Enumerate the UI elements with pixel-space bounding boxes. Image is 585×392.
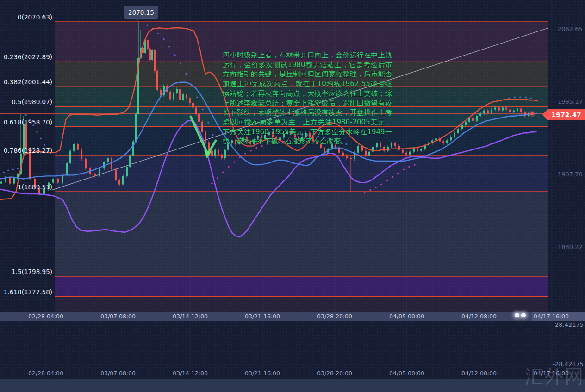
candle-body[interactable]: [446, 140, 448, 143]
candle-body[interactable]: [132, 141, 134, 155]
sar-dot-blue: [146, 24, 148, 26]
candle-body[interactable]: [454, 133, 455, 137]
candle-body[interactable]: [179, 89, 181, 100]
pager-dots[interactable]: [515, 313, 526, 317]
candle-body[interactable]: [450, 137, 452, 140]
candle-body[interactable]: [13, 178, 15, 183]
candle-body[interactable]: [420, 149, 422, 151]
candle-body[interactable]: [195, 107, 197, 114]
candle-body[interactable]: [189, 98, 191, 103]
sar-dot-blue: [17, 168, 19, 169]
candle-body[interactable]: [201, 122, 203, 132]
candle-body[interactable]: [182, 94, 184, 100]
candle-body[interactable]: [483, 111, 485, 113]
candle-body[interactable]: [491, 110, 492, 113]
candle-body[interactable]: [465, 122, 467, 125]
pager-dot-icon[interactable]: [515, 313, 519, 317]
candle-body[interactable]: [77, 144, 79, 150]
candle-body[interactable]: [368, 152, 370, 156]
candle-body[interactable]: [25, 124, 27, 149]
candle-body[interactable]: [62, 175, 63, 182]
candle-body[interactable]: [487, 111, 489, 113]
candle-body[interactable]: [192, 103, 194, 107]
candle-body[interactable]: [472, 118, 474, 121]
candle-body[interactable]: [118, 180, 120, 184]
main-price-chart[interactable]: [0, 0, 585, 312]
candle-body[interactable]: [69, 151, 71, 163]
time-axis-strip[interactable]: 02/28 04:0003/07 08:0003/14 12:0003/21 1…: [0, 312, 585, 321]
candle-body[interactable]: [357, 146, 359, 153]
candle-body[interactable]: [52, 179, 54, 182]
candle-body[interactable]: [205, 132, 206, 142]
sar-dot-blue: [157, 33, 159, 35]
candle-body[interactable]: [409, 152, 411, 155]
candle-body[interactable]: [211, 151, 213, 156]
candle-body[interactable]: [413, 148, 415, 152]
candle-body[interactable]: [147, 40, 149, 49]
candle-body[interactable]: [135, 114, 137, 142]
candle-body[interactable]: [394, 143, 396, 146]
candle-body[interactable]: [505, 107, 507, 109]
candle-body[interactable]: [73, 144, 75, 151]
candle-body[interactable]: [498, 107, 500, 110]
time-axis-label: 02/28 04:00: [28, 370, 63, 377]
candle-body[interactable]: [66, 163, 68, 175]
pager-dot-icon[interactable]: [521, 313, 526, 317]
candle-body[interactable]: [461, 125, 463, 129]
candle-body[interactable]: [442, 141, 444, 143]
time-axis-label: 03/14 12:00: [173, 313, 208, 320]
candle-body[interactable]: [365, 151, 367, 156]
candle-body[interactable]: [9, 177, 11, 183]
candle-body[interactable]: [160, 90, 162, 95]
candle-body[interactable]: [417, 148, 418, 151]
candle-body[interactable]: [509, 110, 511, 112]
candle-body[interactable]: [224, 150, 226, 158]
candle-body[interactable]: [57, 179, 59, 182]
candle-body[interactable]: [520, 109, 522, 112]
candle-body[interactable]: [218, 150, 219, 155]
candle-body[interactable]: [402, 150, 404, 153]
fib-band-fill: [55, 297, 548, 312]
candle-body[interactable]: [198, 114, 200, 122]
candle-body[interactable]: [405, 153, 407, 155]
candle-body[interactable]: [107, 158, 109, 162]
candle-body[interactable]: [221, 155, 223, 158]
candle-body[interactable]: [85, 159, 87, 168]
candle-body[interactable]: [517, 109, 518, 111]
candle-body[interactable]: [99, 168, 100, 176]
candle-body[interactable]: [126, 167, 128, 176]
candle-body[interactable]: [154, 50, 156, 71]
sar-dot-blue: [212, 134, 214, 136]
candle-body[interactable]: [173, 93, 174, 99]
sar-dot-blue: [40, 138, 42, 140]
candle-body[interactable]: [111, 158, 112, 169]
candle-body[interactable]: [115, 169, 117, 180]
sar-dot-blue: [180, 62, 181, 64]
tooltip-caret: [135, 18, 140, 21]
candle-body[interactable]: [513, 111, 515, 112]
sar-dot-magenta: [250, 150, 252, 152]
candle-body[interactable]: [502, 107, 504, 110]
candle-body[interactable]: [342, 153, 344, 156]
candle-body[interactable]: [151, 50, 153, 60]
candle-body[interactable]: [457, 129, 459, 133]
candle-body[interactable]: [350, 158, 352, 159]
candle-body[interactable]: [94, 174, 96, 176]
candle-body[interactable]: [346, 156, 348, 158]
candle-body[interactable]: [122, 176, 124, 184]
candle-body[interactable]: [176, 89, 178, 93]
sar-dot-blue: [168, 46, 170, 48]
candle-body[interactable]: [149, 49, 151, 60]
candle-body[interactable]: [214, 150, 216, 156]
candle-body[interactable]: [494, 107, 496, 109]
sar-dot-blue: [12, 168, 14, 170]
candle-body[interactable]: [476, 116, 478, 121]
candle-body[interactable]: [186, 94, 187, 98]
macd-indicator-panel[interactable]: [0, 320, 585, 369]
candle-body[interactable]: [169, 92, 171, 99]
candle-body[interactable]: [156, 71, 158, 90]
candle-body[interactable]: [479, 113, 481, 116]
candle-body[interactable]: [81, 150, 82, 159]
candle-body[interactable]: [129, 156, 131, 167]
candle-body[interactable]: [163, 86, 165, 95]
